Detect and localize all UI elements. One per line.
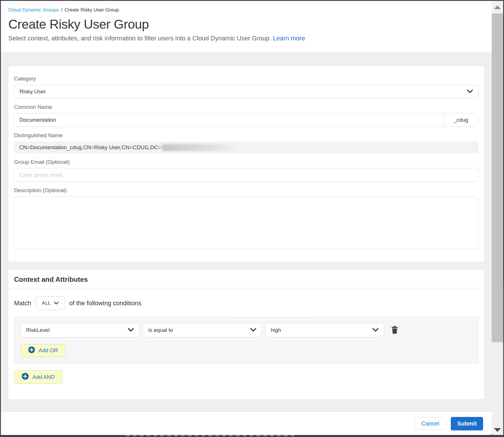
condition-row: RiskLevel is equal to high bbox=[21, 323, 472, 337]
subtitle-text: Select context, attributes, and risk inf… bbox=[8, 35, 271, 42]
plus-circle-icon bbox=[28, 347, 35, 355]
condition-value-value: high bbox=[271, 327, 281, 333]
common-name-input[interactable] bbox=[14, 113, 443, 127]
arrow-down-icon bbox=[494, 428, 501, 432]
distinguished-name-value: CN=Documentation_cdug,CN=Risky User,CN=C… bbox=[14, 141, 479, 153]
add-and-label: Add AND bbox=[32, 374, 55, 380]
submit-button[interactable]: Submit bbox=[451, 417, 483, 430]
section-divider bbox=[8, 288, 484, 288]
scrollbar-thumb[interactable] bbox=[492, 13, 503, 342]
chevron-down-icon bbox=[54, 300, 59, 306]
cancel-button[interactable]: Cancel bbox=[414, 417, 446, 430]
breadcrumb-separator: / bbox=[61, 7, 62, 13]
match-row: Match ALL of the following conditions bbox=[14, 296, 479, 310]
redacted-domain-blur bbox=[162, 144, 239, 151]
description-label: Description (Optional) bbox=[14, 187, 479, 194]
context-attributes-card: Context and Attributes Match ALL of the … bbox=[8, 269, 485, 399]
breadcrumb: Cloud Dynamic Groups / Create Risky User… bbox=[8, 7, 492, 13]
vertical-scrollbar[interactable] bbox=[492, 1, 503, 435]
category-select[interactable]: Risky User bbox=[14, 85, 479, 99]
add-and-button[interactable]: Add AND bbox=[14, 370, 62, 384]
condition-attribute-value: RiskLevel bbox=[26, 327, 50, 333]
plus-circle-icon bbox=[22, 373, 29, 381]
group-details-card: Category Risky User Common Name _cdug Di… bbox=[8, 66, 485, 262]
group-email-input[interactable] bbox=[14, 168, 479, 182]
page: Cloud Dynamic Groups / Create Risky User… bbox=[1, 1, 492, 435]
common-name-row: _cdug bbox=[14, 113, 479, 127]
condition-operator-select[interactable]: is equal to bbox=[143, 323, 262, 337]
arrow-up-icon bbox=[494, 5, 501, 9]
match-suffix-label: of the following conditions bbox=[69, 300, 141, 307]
add-or-button[interactable]: Add OR bbox=[21, 344, 66, 357]
trash-icon bbox=[391, 326, 398, 335]
common-name-label: Common Name bbox=[14, 104, 479, 111]
condition-attribute-select[interactable]: RiskLevel bbox=[21, 323, 139, 337]
add-or-label: Add OR bbox=[39, 347, 58, 354]
description-textarea[interactable] bbox=[14, 196, 479, 249]
category-label: Category bbox=[14, 75, 479, 82]
chevron-down-icon bbox=[467, 88, 473, 95]
scrollbar-down-button[interactable] bbox=[492, 424, 503, 436]
category-selected-value: Risky User bbox=[19, 88, 46, 95]
context-attributes-title: Context and Attributes bbox=[14, 270, 479, 284]
group-email-label: Group Email (Optional) bbox=[14, 159, 479, 166]
scrollbar-up-button[interactable] bbox=[492, 1, 503, 13]
match-prefix-label: Match bbox=[14, 300, 31, 307]
breadcrumb-link-cloud-dynamic-groups[interactable]: Cloud Dynamic Groups bbox=[8, 7, 59, 13]
common-name-suffix: _cdug bbox=[443, 113, 479, 127]
footer-action-bar: Cancel Submit bbox=[1, 412, 492, 435]
chevron-down-icon bbox=[250, 327, 256, 333]
breadcrumb-current: Create Risky User Group bbox=[64, 7, 119, 13]
delete-condition-button[interactable] bbox=[390, 326, 399, 335]
match-mode-select[interactable]: ALL bbox=[36, 296, 65, 310]
form-area: Category Risky User Common Name _cdug Di… bbox=[1, 52, 492, 412]
condition-group: RiskLevel is equal to high bbox=[14, 317, 479, 363]
condition-operator-value: is equal to bbox=[148, 327, 173, 333]
chevron-down-icon bbox=[372, 327, 379, 333]
clipped-bottom-strip bbox=[0, 435, 504, 437]
clipped-text-fragment bbox=[126, 435, 298, 436]
condition-value-select[interactable]: high bbox=[265, 323, 384, 337]
chevron-down-icon bbox=[128, 327, 134, 333]
match-mode-value: ALL bbox=[42, 300, 51, 306]
learn-more-link[interactable]: Learn more bbox=[273, 35, 305, 42]
page-header: Cloud Dynamic Groups / Create Risky User… bbox=[1, 1, 492, 52]
page-title: Create Risky User Group bbox=[8, 17, 492, 32]
distinguished-name-text: CN=Documentation_cdug,CN=Risky User,CN=C… bbox=[19, 144, 161, 151]
page-subtitle: Select context, attributes, and risk inf… bbox=[8, 35, 492, 42]
distinguished-name-label: Distinguished Name bbox=[14, 132, 479, 139]
